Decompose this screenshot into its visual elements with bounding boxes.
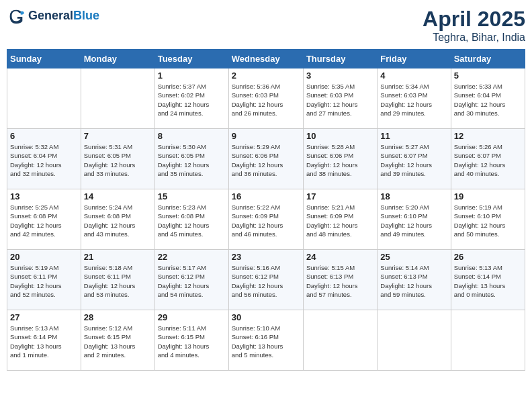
calendar-cell: 19Sunrise: 5:19 AM Sunset: 6:10 PM Dayli… bbox=[451, 189, 525, 250]
day-info: Sunrise: 5:25 AM Sunset: 6:08 PM Dayligh… bbox=[10, 203, 78, 238]
calendar-cell: 4Sunrise: 5:34 AM Sunset: 6:03 PM Daylig… bbox=[378, 68, 451, 129]
title-block: April 2025 Teghra, Bihar, India bbox=[423, 7, 525, 44]
day-info: Sunrise: 5:13 AM Sunset: 6:14 PM Dayligh… bbox=[454, 263, 522, 299]
day-number: 5 bbox=[454, 71, 522, 81]
calendar-cell: 7Sunrise: 5:31 AM Sunset: 6:05 PM Daylig… bbox=[81, 129, 154, 189]
calendar-cell bbox=[81, 68, 154, 129]
calendar-cell: 11Sunrise: 5:27 AM Sunset: 6:07 PM Dayli… bbox=[378, 129, 451, 189]
calendar-cell: 29Sunrise: 5:11 AM Sunset: 6:15 PM Dayli… bbox=[154, 310, 228, 371]
day-number: 13 bbox=[10, 191, 78, 201]
day-number: 11 bbox=[380, 131, 447, 141]
calendar-cell: 10Sunrise: 5:28 AM Sunset: 6:06 PM Dayli… bbox=[303, 129, 377, 189]
calendar-cell: 24Sunrise: 5:15 AM Sunset: 6:13 PM Dayli… bbox=[303, 250, 377, 310]
day-number: 19 bbox=[454, 191, 522, 201]
calendar-cell bbox=[303, 310, 377, 371]
calendar-cell: 13Sunrise: 5:25 AM Sunset: 6:08 PM Dayli… bbox=[7, 189, 81, 250]
day-number: 16 bbox=[232, 191, 300, 201]
calendar-cell: 23Sunrise: 5:16 AM Sunset: 6:12 PM Dayli… bbox=[228, 250, 303, 310]
col-header-saturday: Saturday bbox=[451, 50, 525, 68]
day-info: Sunrise: 5:13 AM Sunset: 6:14 PM Dayligh… bbox=[10, 324, 78, 359]
day-number: 25 bbox=[380, 252, 447, 262]
day-number: 7 bbox=[84, 131, 152, 141]
day-info: Sunrise: 5:30 AM Sunset: 6:05 PM Dayligh… bbox=[158, 142, 226, 178]
calendar-cell: 1Sunrise: 5:37 AM Sunset: 6:02 PM Daylig… bbox=[154, 68, 228, 129]
day-number: 30 bbox=[232, 312, 300, 322]
logo-icon bbox=[7, 7, 26, 26]
calendar-table: SundayMondayTuesdayWednesdayThursdayFrid… bbox=[7, 49, 525, 371]
week-row-4: 20Sunrise: 5:19 AM Sunset: 6:11 PM Dayli… bbox=[7, 250, 525, 310]
col-header-tuesday: Tuesday bbox=[154, 50, 228, 68]
day-number: 18 bbox=[380, 191, 447, 201]
day-number: 22 bbox=[158, 252, 226, 262]
day-number: 26 bbox=[454, 252, 522, 262]
day-info: Sunrise: 5:24 AM Sunset: 6:08 PM Dayligh… bbox=[84, 203, 152, 238]
calendar-cell: 2Sunrise: 5:36 AM Sunset: 6:03 PM Daylig… bbox=[228, 68, 303, 129]
day-number: 23 bbox=[232, 252, 300, 262]
day-number: 10 bbox=[306, 131, 374, 141]
calendar-cell bbox=[451, 310, 525, 371]
day-info: Sunrise: 5:10 AM Sunset: 6:16 PM Dayligh… bbox=[232, 324, 300, 359]
day-info: Sunrise: 5:31 AM Sunset: 6:05 PM Dayligh… bbox=[84, 142, 152, 178]
calendar-cell: 17Sunrise: 5:21 AM Sunset: 6:09 PM Dayli… bbox=[303, 189, 377, 250]
col-header-wednesday: Wednesday bbox=[228, 50, 303, 68]
day-number: 2 bbox=[232, 71, 300, 81]
day-info: Sunrise: 5:14 AM Sunset: 6:13 PM Dayligh… bbox=[380, 263, 447, 299]
calendar-cell: 14Sunrise: 5:24 AM Sunset: 6:08 PM Dayli… bbox=[81, 189, 154, 250]
calendar-cell: 18Sunrise: 5:20 AM Sunset: 6:10 PM Dayli… bbox=[378, 189, 451, 250]
calendar-cell: 3Sunrise: 5:35 AM Sunset: 6:03 PM Daylig… bbox=[303, 68, 377, 129]
day-info: Sunrise: 5:36 AM Sunset: 6:03 PM Dayligh… bbox=[232, 82, 300, 118]
week-row-1: 1Sunrise: 5:37 AM Sunset: 6:02 PM Daylig… bbox=[7, 68, 525, 129]
calendar-header-row: SundayMondayTuesdayWednesdayThursdayFrid… bbox=[7, 50, 525, 68]
day-number: 28 bbox=[84, 312, 152, 322]
calendar-title: April 2025 bbox=[423, 7, 525, 32]
day-number: 4 bbox=[380, 71, 447, 81]
calendar-cell: 21Sunrise: 5:18 AM Sunset: 6:11 PM Dayli… bbox=[81, 250, 154, 310]
calendar-cell: 12Sunrise: 5:26 AM Sunset: 6:07 PM Dayli… bbox=[451, 129, 525, 189]
calendar-cell: 26Sunrise: 5:13 AM Sunset: 6:14 PM Dayli… bbox=[451, 250, 525, 310]
day-info: Sunrise: 5:37 AM Sunset: 6:02 PM Dayligh… bbox=[158, 82, 226, 118]
calendar-cell: 20Sunrise: 5:19 AM Sunset: 6:11 PM Dayli… bbox=[7, 250, 81, 310]
calendar-cell: 15Sunrise: 5:23 AM Sunset: 6:08 PM Dayli… bbox=[154, 189, 228, 250]
day-number: 21 bbox=[84, 252, 152, 262]
calendar-subtitle: Teghra, Bihar, India bbox=[423, 32, 525, 44]
calendar-cell: 5Sunrise: 5:33 AM Sunset: 6:04 PM Daylig… bbox=[451, 68, 525, 129]
day-info: Sunrise: 5:35 AM Sunset: 6:03 PM Dayligh… bbox=[306, 82, 374, 118]
col-header-thursday: Thursday bbox=[303, 50, 377, 68]
calendar-cell bbox=[378, 310, 451, 371]
page-header: GeneralBlue April 2025 Teghra, Bihar, In… bbox=[7, 7, 525, 44]
week-row-2: 6Sunrise: 5:32 AM Sunset: 6:04 PM Daylig… bbox=[7, 129, 525, 189]
week-row-5: 27Sunrise: 5:13 AM Sunset: 6:14 PM Dayli… bbox=[7, 310, 525, 371]
calendar-cell: 6Sunrise: 5:32 AM Sunset: 6:04 PM Daylig… bbox=[7, 129, 81, 189]
calendar-cell: 9Sunrise: 5:29 AM Sunset: 6:06 PM Daylig… bbox=[228, 129, 303, 189]
calendar-cell: 27Sunrise: 5:13 AM Sunset: 6:14 PM Dayli… bbox=[7, 310, 81, 371]
day-info: Sunrise: 5:23 AM Sunset: 6:08 PM Dayligh… bbox=[158, 203, 226, 238]
day-number: 20 bbox=[10, 252, 78, 262]
day-info: Sunrise: 5:28 AM Sunset: 6:06 PM Dayligh… bbox=[306, 142, 374, 178]
day-info: Sunrise: 5:29 AM Sunset: 6:06 PM Dayligh… bbox=[232, 142, 300, 178]
day-number: 15 bbox=[158, 191, 226, 201]
day-info: Sunrise: 5:17 AM Sunset: 6:12 PM Dayligh… bbox=[158, 263, 226, 299]
col-header-monday: Monday bbox=[81, 50, 154, 68]
calendar-cell: 25Sunrise: 5:14 AM Sunset: 6:13 PM Dayli… bbox=[378, 250, 451, 310]
day-info: Sunrise: 5:22 AM Sunset: 6:09 PM Dayligh… bbox=[232, 203, 300, 238]
col-header-friday: Friday bbox=[378, 50, 451, 68]
col-header-sunday: Sunday bbox=[7, 50, 81, 68]
day-number: 24 bbox=[306, 252, 374, 262]
day-number: 9 bbox=[232, 131, 300, 141]
logo-text: GeneralBlue bbox=[28, 9, 99, 23]
day-number: 29 bbox=[158, 312, 226, 322]
day-number: 14 bbox=[84, 191, 152, 201]
calendar-cell: 22Sunrise: 5:17 AM Sunset: 6:12 PM Dayli… bbox=[154, 250, 228, 310]
day-info: Sunrise: 5:18 AM Sunset: 6:11 PM Dayligh… bbox=[84, 263, 152, 299]
calendar-cell: 30Sunrise: 5:10 AM Sunset: 6:16 PM Dayli… bbox=[228, 310, 303, 371]
day-info: Sunrise: 5:19 AM Sunset: 6:10 PM Dayligh… bbox=[454, 203, 522, 238]
day-number: 3 bbox=[306, 71, 374, 81]
day-number: 1 bbox=[158, 71, 226, 81]
day-info: Sunrise: 5:20 AM Sunset: 6:10 PM Dayligh… bbox=[380, 203, 447, 238]
day-number: 6 bbox=[10, 131, 78, 141]
logo: GeneralBlue bbox=[7, 7, 99, 26]
day-info: Sunrise: 5:32 AM Sunset: 6:04 PM Dayligh… bbox=[10, 142, 78, 178]
day-info: Sunrise: 5:27 AM Sunset: 6:07 PM Dayligh… bbox=[380, 142, 447, 178]
day-number: 17 bbox=[306, 191, 374, 201]
day-info: Sunrise: 5:12 AM Sunset: 6:15 PM Dayligh… bbox=[84, 324, 152, 359]
